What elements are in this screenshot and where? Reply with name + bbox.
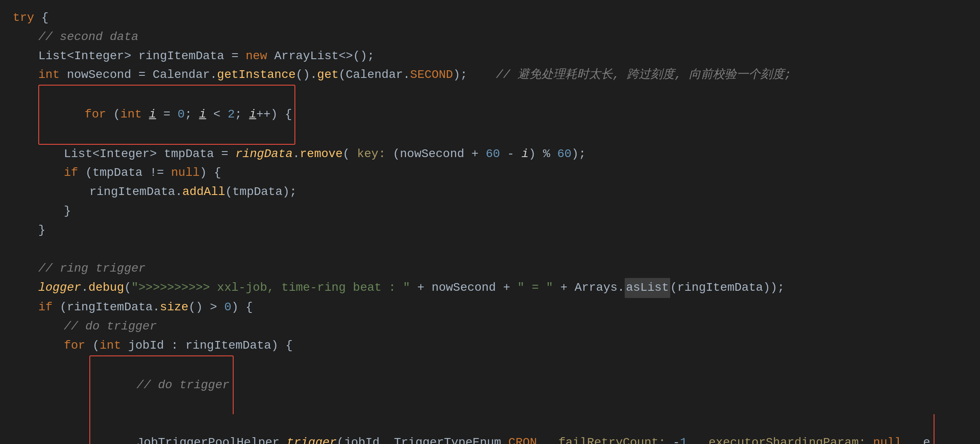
highlight-box-inner-top: // do trigger [89,355,234,414]
line-addall: ringItemData.addAll(tmpData); [13,183,967,202]
line-nowsecond: int nowSecond = Calendar.getInstance().g… [13,66,967,85]
aslist-highlight: asList [625,278,670,298]
highlight-box-for: for (int i = 0; i < 2; i++) { [38,85,295,144]
empty-line-1 [13,240,967,259]
line-for-highlighted: for (int i = 0; i < 2; i++) { [13,85,967,144]
line-if-tmpdata: if (tmpData != null) { [13,163,967,183]
comment-second-data: // second data [38,28,138,47]
line-close-if: } [13,202,967,221]
highlight-box-inner-bottom: JobTriggerPoolHelper.trigger(jobId, Trig… [89,414,934,444]
line-if-size: if (ringItemData.size() > 0) { [13,298,967,317]
line-inner-comment-do-trigger: // do trigger [13,355,967,414]
line-for-jobid: for (int jobId : ringItemData) { [13,336,967,355]
keyword-try: try [13,9,34,28]
line-try: try { [13,9,967,28]
line-comment-second: // second data [13,28,967,47]
line-comment-ring-trigger: // ring trigger [13,259,967,278]
line-jobtriggerpool: JobTriggerPoolHelper.trigger(jobId, Trig… [13,414,967,444]
line-close-for: } [13,221,967,240]
line-tmpdata: List<Integer> tmpData = ringData.remove(… [13,145,967,164]
line-list-decl: List<Integer> ringItemData = new ArrayLi… [13,47,967,66]
code-editor: try { // second data List<Integer> ringI… [0,0,980,444]
line-logger-debug: logger.debug(">>>>>>>>>> xxl-job, time-r… [13,278,967,298]
line-comment-do-trigger-outer: // do trigger [13,317,967,336]
